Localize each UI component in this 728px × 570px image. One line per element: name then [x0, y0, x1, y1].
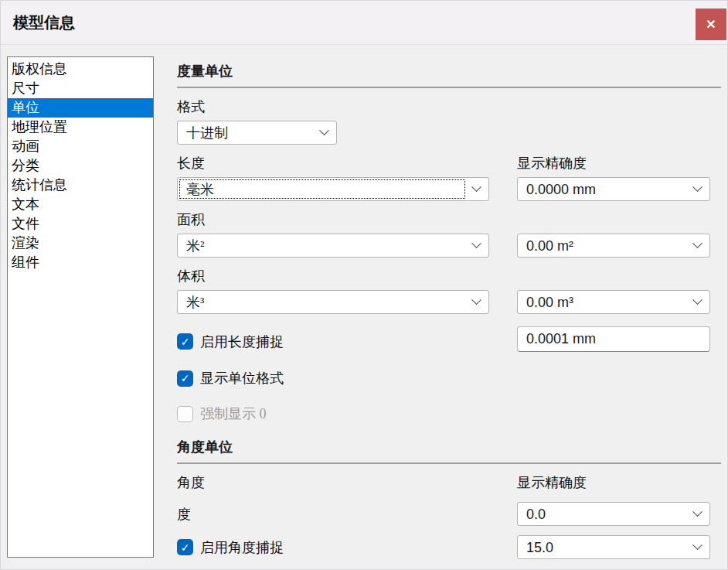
check-icon: ✓ — [181, 542, 190, 553]
angle-snapping-label: 启用角度捕捉 — [200, 538, 284, 557]
checkbox-checked-icon[interactable]: ✓ — [177, 370, 193, 387]
checkbox-checked-icon[interactable]: ✓ — [177, 333, 193, 350]
format-label: 格式 — [177, 98, 721, 115]
area-unit-select[interactable]: 米² — [177, 234, 489, 258]
title-bar: 模型信息 ✕ — [1, 1, 727, 45]
length-precision-select[interactable]: 0.0000 mm — [517, 177, 710, 201]
area-precision-select[interactable]: 0.00 m² — [517, 234, 710, 258]
angle-precision-value: 0.0 — [526, 507, 688, 522]
sidebar-item-classifications[interactable]: 分类 — [8, 156, 153, 176]
checkbox-checked-icon[interactable]: ✓ — [177, 539, 193, 555]
sidebar-item-components[interactable]: 组件 — [8, 253, 153, 272]
display-units-label: 显示单位格式 — [200, 369, 284, 387]
angle-snapping-value: 15.0 — [526, 540, 688, 555]
area-precision-value: 0.00 m² — [526, 238, 688, 254]
sidebar-item-geolocation[interactable]: 地理位置 — [8, 118, 153, 137]
units-panel: 度量单位 格式 十进制 长度 显示精确度 毫米 0.0000 mm 面积 — [177, 56, 721, 559]
format-value: 十进制 — [186, 125, 315, 141]
section-divider — [177, 87, 721, 88]
close-icon: ✕ — [706, 17, 716, 32]
check-icon: ✓ — [181, 373, 190, 384]
dialog-title: 模型信息 — [13, 12, 75, 33]
sidebar-item-copyright[interactable]: 版权信息 — [8, 60, 153, 79]
volume-precision-value: 0.00 m³ — [526, 295, 688, 310]
category-list: 版权信息 尺寸 单位 地理位置 动画 分类 统计信息 文本 文件 渲染 组件 — [7, 56, 154, 558]
angle-precision-label: 显示精确度 — [517, 474, 710, 491]
sidebar-item-animation[interactable]: 动画 — [8, 137, 153, 156]
length-snapping-value: 0.0001 mm — [526, 331, 596, 347]
length-snapping-label: 启用长度捕捉 — [200, 333, 284, 351]
close-button[interactable]: ✕ — [696, 9, 726, 40]
measurement-section-title: 度量单位 — [177, 63, 721, 80]
display-units-checkbox-row[interactable]: ✓ 显示单位格式 — [177, 369, 721, 387]
sidebar-item-dimensions[interactable]: 尺寸 — [8, 79, 153, 98]
length-label: 长度 — [177, 155, 489, 172]
volume-unit-select[interactable]: 米³ — [177, 290, 489, 314]
sidebar-item-text[interactable]: 文本 — [8, 195, 153, 214]
chevron-down-icon — [471, 238, 481, 248]
chevron-down-icon — [471, 182, 481, 192]
chevron-down-icon — [692, 295, 702, 305]
chevron-down-icon — [692, 507, 702, 517]
sidebar-item-statistics[interactable]: 统计信息 — [8, 176, 153, 195]
chevron-down-icon — [692, 540, 702, 550]
length-snapping-checkbox-row[interactable]: ✓ 启用长度捕捉 — [177, 333, 489, 351]
angle-snapping-select[interactable]: 15.0 — [517, 535, 710, 559]
degree-label: 度 — [177, 505, 489, 524]
volume-label: 体积 — [177, 268, 489, 285]
sidebar-item-rendering[interactable]: 渲染 — [8, 234, 153, 253]
area-unit-value: 米² — [186, 238, 467, 254]
volume-unit-value: 米³ — [186, 295, 467, 310]
area-label: 面积 — [177, 211, 489, 228]
chevron-down-icon — [319, 125, 329, 135]
chevron-down-icon — [471, 295, 481, 305]
force-zero-label: 强制显示 0 — [200, 404, 267, 423]
angle-section-title: 角度单位 — [177, 439, 721, 456]
angle-precision-select[interactable]: 0.0 — [517, 502, 710, 526]
force-zero-checkbox-row: 强制显示 0 — [177, 404, 721, 423]
format-select[interactable]: 十进制 — [177, 121, 337, 145]
sidebar-item-file[interactable]: 文件 — [8, 214, 153, 234]
chevron-down-icon — [692, 238, 702, 248]
length-precision-label: 显示精确度 — [517, 155, 710, 172]
checkbox-unchecked-icon — [177, 406, 193, 422]
model-info-dialog: 模型信息 ✕ 版权信息 尺寸 单位 地理位置 动画 分类 统计信息 文本 文件 … — [0, 0, 728, 570]
length-unit-value: 毫米 — [186, 182, 467, 197]
volume-precision-select[interactable]: 0.00 m³ — [517, 290, 710, 314]
angle-snapping-checkbox-row[interactable]: ✓ 启用角度捕捉 — [177, 538, 489, 557]
angle-label: 角度 — [177, 474, 489, 491]
check-icon: ✓ — [181, 336, 190, 347]
length-unit-select[interactable]: 毫米 — [177, 177, 489, 201]
length-snapping-input[interactable]: 0.0001 mm — [517, 326, 710, 352]
sidebar-item-units[interactable]: 单位 — [8, 98, 153, 118]
chevron-down-icon — [692, 182, 702, 192]
length-precision-value: 0.0000 mm — [526, 182, 688, 197]
